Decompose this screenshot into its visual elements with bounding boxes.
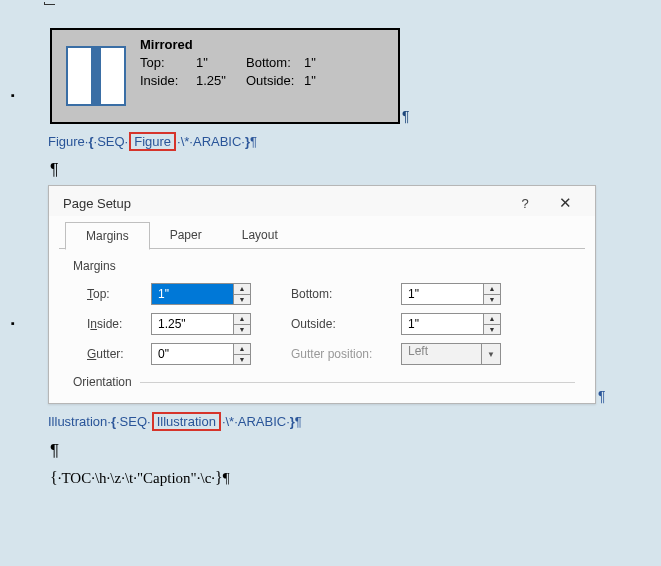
- outside-label: Outside:: [291, 317, 401, 331]
- figure-caption-field: Figure·{·SEQ·Figure·\*·ARABIC·}¶: [48, 132, 641, 151]
- bottom-margin-input[interactable]: ▲▼: [401, 283, 501, 305]
- gutter-field[interactable]: [152, 344, 233, 364]
- outside-margin-field[interactable]: [402, 314, 483, 334]
- paragraph-mark: ¶: [402, 108, 410, 124]
- top-label: Top:: [140, 54, 196, 72]
- mirrored-text: Mirrored Top: 1" Bottom: 1" Inside: 1.25…: [140, 36, 388, 116]
- blank-paragraph: ¶: [50, 441, 641, 461]
- dialog-title: Page Setup: [63, 196, 505, 211]
- paragraph-mark: ¶: [295, 414, 302, 429]
- page-setup-dialog: Page Setup ? ✕ Margins Paper Layout Marg…: [48, 185, 596, 404]
- gutter-position-select: Left ▼: [401, 343, 501, 365]
- gutter-label: Gutter:: [87, 347, 151, 361]
- field-brace-close: }: [215, 469, 223, 486]
- margins-section-label: Margins: [73, 259, 575, 273]
- blank-paragraph: ¶: [50, 161, 641, 179]
- arabic-switch: ·\*·ARABIC·: [177, 134, 245, 149]
- orientation-section-label: Orientation: [73, 375, 132, 389]
- spin-down-icon[interactable]: ▼: [234, 295, 250, 305]
- dialog-help-button[interactable]: ?: [505, 196, 545, 211]
- spin-down-icon[interactable]: ▼: [484, 325, 500, 335]
- cursor-mark: [44, 2, 55, 5]
- gutter-position-value: Left: [402, 344, 481, 364]
- top-value: 1": [196, 54, 246, 72]
- dialog-body: Margins Top: ▲▼ Bottom: ▲▼ Inside:: [49, 249, 595, 403]
- inside-margin-field[interactable]: [152, 314, 233, 334]
- field-brace-open: {: [50, 469, 58, 486]
- inside-margin-input[interactable]: ▲▼: [151, 313, 251, 335]
- gutter-input[interactable]: ▲▼: [151, 343, 251, 365]
- top-margin-field[interactable]: [152, 284, 233, 304]
- inside-label: Inside:: [87, 317, 151, 331]
- tab-margins[interactable]: Margins: [65, 222, 150, 250]
- mirrored-margins-preview: Mirrored Top: 1" Bottom: 1" Inside: 1.25…: [50, 28, 400, 124]
- caption-prefix: Figure·: [48, 134, 88, 149]
- seq-identifier-highlight: Figure: [129, 132, 176, 151]
- gutter-position-label: Gutter position:: [291, 347, 401, 361]
- paragraph-mark: ¶: [223, 470, 230, 486]
- illustration-caption-field: Illustration·{·SEQ·Illustration·\*·ARABI…: [48, 412, 641, 431]
- toc-field-text: ·TOC·\h·\z·\t·"Caption"·\c·: [58, 470, 215, 486]
- seq-identifier-highlight: Illustration: [152, 412, 221, 431]
- mirrored-title: Mirrored: [140, 36, 388, 54]
- top-margin-input[interactable]: ▲▼: [151, 283, 251, 305]
- chevron-down-icon: ▼: [481, 344, 500, 364]
- outside-margin-input[interactable]: ▲▼: [401, 313, 501, 335]
- dialog-close-button[interactable]: ✕: [545, 194, 585, 212]
- spin-up-icon[interactable]: ▲: [234, 344, 250, 355]
- seq-keyword: ·SEQ·: [94, 134, 129, 149]
- paragraph-mark: ¶: [598, 388, 606, 404]
- spin-down-icon[interactable]: ▼: [234, 325, 250, 335]
- mirrored-pages-icon: [66, 46, 126, 106]
- spin-down-icon[interactable]: ▼: [484, 295, 500, 305]
- bottom-value: 1": [304, 54, 316, 72]
- spin-up-icon[interactable]: ▲: [484, 314, 500, 325]
- bottom-label: Bottom:: [246, 54, 304, 72]
- inside-value: 1.25": [196, 72, 246, 90]
- dialog-titlebar: Page Setup ? ✕: [49, 186, 595, 216]
- anchor-icon: ▪: [11, 89, 15, 101]
- anchor-icon: ▪: [11, 317, 15, 329]
- dialog-tabs: Margins Paper Layout: [49, 216, 595, 249]
- bottom-label: Bottom:: [291, 287, 401, 301]
- spin-up-icon[interactable]: ▲: [484, 284, 500, 295]
- tab-paper[interactable]: Paper: [150, 222, 222, 249]
- caption-prefix: Illustration·: [48, 414, 111, 429]
- spin-up-icon[interactable]: ▲: [234, 284, 250, 295]
- bottom-margin-field[interactable]: [402, 284, 483, 304]
- outside-label: Outside:: [246, 72, 304, 90]
- spin-up-icon[interactable]: ▲: [234, 314, 250, 325]
- top-label: Top:: [87, 287, 151, 301]
- seq-keyword: ·SEQ·: [116, 414, 151, 429]
- arabic-switch: ·\*·ARABIC·: [222, 414, 290, 429]
- inside-label: Inside:: [140, 72, 196, 90]
- outside-value: 1": [304, 72, 316, 90]
- divider: [140, 382, 575, 383]
- toc-field: {·TOC·\h·\z·\t·"Caption"·\c·}¶: [50, 469, 641, 487]
- paragraph-mark: ¶: [250, 134, 257, 149]
- spin-down-icon[interactable]: ▼: [234, 355, 250, 365]
- tab-layout[interactable]: Layout: [222, 222, 298, 249]
